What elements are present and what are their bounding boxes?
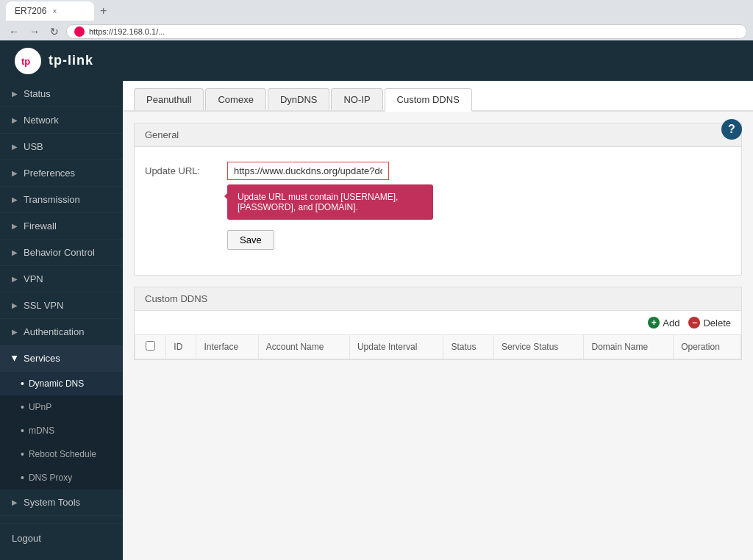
tab-no-ip[interactable]: NO-IP <box>331 88 382 110</box>
security-shield-icon <box>74 26 85 37</box>
url-bar[interactable]: https://192.168.0.1/... <box>66 24 747 39</box>
delete-button[interactable]: − Delete <box>688 317 731 329</box>
tab-close-button[interactable]: × <box>52 7 57 15</box>
col-status: Status <box>443 335 494 359</box>
arrow-icon: ▶ <box>12 248 18 256</box>
sidebar-item-usb[interactable]: ▶ USB <box>0 134 123 160</box>
refresh-button[interactable]: ↻ <box>47 24 62 39</box>
help-icon[interactable]: ? <box>721 119 742 140</box>
sidebar-item-services[interactable]: ▶ Services <box>0 345 123 372</box>
error-tooltip: Update URL must contain [USERNAME], [PAS… <box>227 184 433 220</box>
add-button[interactable]: + Add <box>648 317 679 329</box>
sidebar-subitem-reboot-schedule[interactable]: Reboot Schedule <box>0 442 123 466</box>
col-checkbox <box>135 335 166 359</box>
col-operation: Operation <box>674 335 741 359</box>
tab-custom-ddns[interactable]: Custom DDNS <box>385 88 472 112</box>
sidebar-item-label: USB <box>24 141 43 152</box>
sidebar-subitem-dns-proxy[interactable]: DNS Proxy <box>0 466 123 489</box>
tab-peanuthull[interactable]: Peanuthull <box>134 88 204 110</box>
forward-button[interactable]: → <box>26 24 43 39</box>
content-area: ▶ Status ▶ Network ▶ USB ▶ Preferences <box>0 81 753 560</box>
sidebar-item-label: Network <box>24 115 59 126</box>
sidebar-content: ▶ Status ▶ Network ▶ USB ▶ Preferences <box>0 81 123 560</box>
sidebar-item-label: Preferences <box>24 168 75 179</box>
logo: tp tp-link <box>15 48 93 74</box>
sidebar-item-network[interactable]: ▶ Network <box>0 107 123 134</box>
sidebar-item-system-tools[interactable]: ▶ System Tools <box>0 489 123 516</box>
sidebar-subitem-mdns[interactable]: mDNS <box>0 419 123 442</box>
sidebar-item-authentication[interactable]: ▶ Authentication <box>0 319 123 345</box>
col-domain-name: Domain Name <box>584 335 674 359</box>
arrow-icon: ▶ <box>12 169 18 177</box>
sidebar-item-label: Behavior Control <box>24 247 95 258</box>
sub-item-label: DNS Proxy <box>29 473 72 483</box>
svg-text:tp: tp <box>21 56 30 67</box>
arrow-icon: ▶ <box>11 356 19 362</box>
sub-item-label: Reboot Schedule <box>29 449 96 459</box>
section-title: General <box>135 123 741 147</box>
save-button[interactable]: Save <box>227 230 274 250</box>
browser-tab[interactable]: ER7206 × <box>6 1 94 21</box>
new-tab-button[interactable]: + <box>97 4 110 18</box>
url-input-area: Update URL must contain [USERNAME], [PAS… <box>227 162 433 220</box>
sub-item-label: Dynamic DNS <box>29 378 84 389</box>
col-update-interval: Update Interval <box>349 335 443 359</box>
sub-item-label: UPnP <box>29 402 51 412</box>
sidebar-item-label: System Tools <box>24 497 80 508</box>
sidebar-item-firewall[interactable]: ▶ Firewall <box>0 213 123 240</box>
update-url-input[interactable] <box>227 162 389 180</box>
arrow-icon: ▶ <box>12 222 18 230</box>
app-header: tp tp-link <box>0 40 753 81</box>
arrow-icon: ▶ <box>12 301 18 309</box>
url-text: https://192.168.0.1/... <box>89 27 165 36</box>
arrow-icon: ▶ <box>12 498 18 506</box>
back-button[interactable]: ← <box>6 24 22 39</box>
col-account-name: Account Name <box>258 335 349 359</box>
sidebar-item-label: Authentication <box>24 326 84 337</box>
browser-chrome: ER7206 × + ← → ↻ https://192.168.0.1/... <box>0 0 753 40</box>
sidebar-item-transmission[interactable]: ▶ Transmission <box>0 187 123 213</box>
app-container: tp tp-link ▶ Status ▶ Network <box>0 40 753 560</box>
delete-label: Delete <box>703 317 731 329</box>
logo-icon: tp <box>15 48 41 74</box>
save-label-spacer <box>145 230 218 234</box>
sidebar-copyright: Copyright © 2023TP-Link Corporation Limi… <box>0 553 123 560</box>
sidebar-item-preferences[interactable]: ▶ Preferences <box>0 160 123 187</box>
sidebar-item-label: Services <box>24 353 60 364</box>
sidebar-item-label: Firewall <box>24 220 57 231</box>
sidebar-subitem-upnp[interactable]: UPnP <box>0 395 123 419</box>
sidebar-item-behavior-control[interactable]: ▶ Behavior Control <box>0 240 123 266</box>
col-id: ID <box>166 335 196 359</box>
sidebar: ▶ Status ▶ Network ▶ USB ▶ Preferences <box>0 81 123 560</box>
general-section: General Update URL: Update URL must cont… <box>134 123 742 276</box>
sidebar-bottom: Logout Copyright © 2023TP-Link Corporati… <box>0 523 123 560</box>
update-url-label: Update URL: <box>145 162 218 176</box>
sidebar-subitem-dynamic-dns[interactable]: Dynamic DNS <box>0 372 123 395</box>
add-label: Add <box>663 317 679 329</box>
address-bar: ← → ↻ https://192.168.0.1/... <box>0 22 753 40</box>
sidebar-item-label: Transmission <box>24 194 80 205</box>
main-panel: Peanuthull Comexe DynDNS NO-IP Custom DD… <box>123 81 753 560</box>
delete-icon: − <box>688 317 700 329</box>
arrow-icon: ▶ <box>12 275 18 283</box>
sidebar-item-label: Status <box>24 88 51 99</box>
arrow-icon: ▶ <box>12 116 18 124</box>
tab-title: ER7206 <box>15 6 46 16</box>
tab-comexe[interactable]: Comexe <box>205 88 265 110</box>
section-body: Update URL: Update URL must contain [USE… <box>135 147 741 275</box>
sub-item-label: mDNS <box>29 426 54 436</box>
arrow-icon: ▶ <box>12 195 18 204</box>
sidebar-item-vpn[interactable]: ▶ VPN <box>0 266 123 292</box>
sidebar-item-status[interactable]: ▶ Status <box>0 81 123 107</box>
logout-button[interactable]: Logout <box>0 524 123 553</box>
sidebar-submenu-services: Dynamic DNS UPnP mDNS Reboot Schedule DN <box>0 372 123 489</box>
tab-dyndns[interactable]: DynDNS <box>268 88 330 110</box>
sidebar-item-ssl-vpn[interactable]: ▶ SSL VPN <box>0 292 123 319</box>
arrow-icon: ▶ <box>12 143 18 151</box>
add-icon: + <box>648 317 660 329</box>
tabs-bar: Peanuthull Comexe DynDNS NO-IP Custom DD… <box>123 81 753 112</box>
logo-text: tp-link <box>49 53 93 68</box>
sidebar-nav: ▶ Status ▶ Network ▶ USB ▶ Preferences <box>0 81 123 516</box>
select-all-checkbox[interactable] <box>146 341 155 351</box>
table-header-row: ID Interface Account Name Update Interva… <box>135 335 741 359</box>
